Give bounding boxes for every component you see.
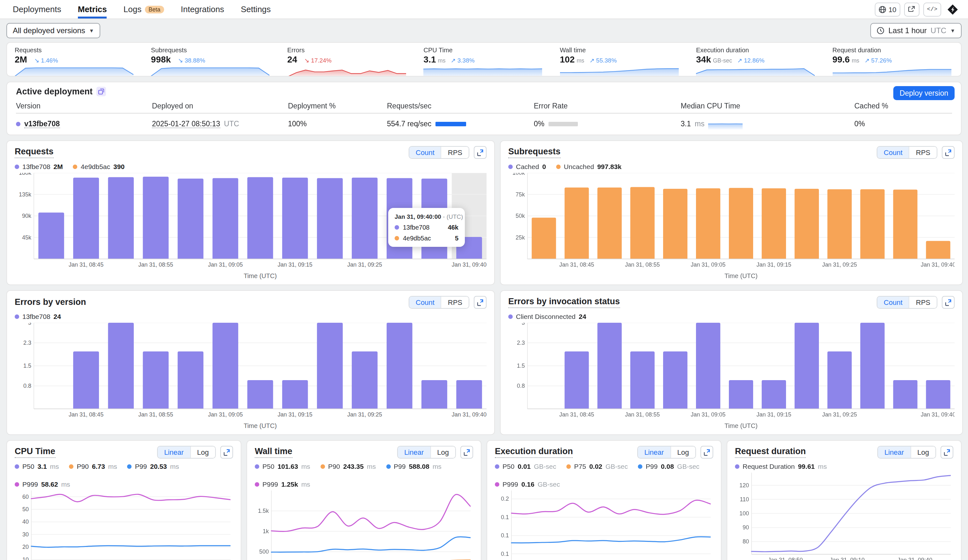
deployment-pct-value: 100% (288, 120, 307, 127)
legend-value: 24 (579, 312, 586, 320)
version-filter-dropdown[interactable]: All deployed versions ▼ (7, 23, 101, 38)
errors-bar-chart[interactable]: 32.31.50.8Jan 31, 08:45Jan 31, 08:55Jan … (15, 323, 487, 419)
stat-cpu-time[interactable]: CPU Time 3.1ms↗ 3.38% (416, 45, 552, 76)
tooltip-tz: - (UTC) (443, 213, 463, 220)
stat-execution-duration[interactable]: Execution duration 34kGB-sec↗ 12.86% (688, 45, 825, 76)
toggle-rps[interactable]: RPS (909, 147, 937, 158)
stat-requests[interactable]: Requests 2M↘ 1.46% (7, 45, 143, 76)
toggle-rps[interactable]: RPS (441, 297, 469, 308)
trend-arrow-icon: ↗ (589, 57, 595, 64)
stat-errors[interactable]: Errors 24↘ 17.24% (280, 45, 416, 76)
chart-legend: P50 3.1 msP90 6.73 msP99 20.53 msP999 58… (15, 463, 233, 488)
domains-button[interactable]: 10 (874, 2, 900, 16)
errors-bar-chart[interactable]: 32.31.50.8Jan 31, 08:45Jan 31, 08:55Jan … (508, 323, 955, 419)
column-header-version: Version (16, 101, 152, 114)
cpu-time-chart[interactable]: 605040302010Jan 31, 08:50Jan 31, 09:10Ja… (15, 491, 233, 560)
panel-title: Requests (15, 147, 54, 158)
expand-chart-button[interactable] (474, 146, 487, 159)
svg-text:Jan 31, 08:55: Jan 31, 08:55 (625, 411, 660, 418)
request-duration-line-chart[interactable]: 1201101009080Jan 31, 08:50Jan 31, 09:10J… (735, 472, 951, 560)
expand-chart-button[interactable] (220, 446, 233, 459)
tab-integrations[interactable]: Integrations (181, 0, 224, 18)
version-link[interactable]: v13fbe708 (24, 120, 60, 128)
svg-text:Jan 31, 09:25: Jan 31, 09:25 (347, 261, 382, 268)
svg-text:120: 120 (739, 482, 749, 489)
toggle-log[interactable]: Log (910, 446, 935, 458)
series-dot (508, 314, 513, 319)
tab-logs[interactable]: LogsBeta (124, 0, 164, 18)
code-button[interactable]: </> (923, 2, 941, 16)
legend-label: P50 (502, 463, 514, 470)
toggle-log[interactable]: Log (670, 446, 695, 458)
cpu-time-line-chart[interactable]: 605040302010Jan 31, 08:50Jan 31, 09:10Ja… (15, 491, 230, 560)
toggle-log[interactable]: Log (430, 446, 455, 458)
wall-time-chart[interactable]: 1.5k1k500Jan 31, 08:50Jan 31, 09:10Jan 3… (255, 491, 473, 560)
legend-item: P99 588.08 ms (386, 463, 441, 470)
toggle-count[interactable]: Count (877, 297, 909, 308)
request-duration-chart[interactable]: 1201101009080Jan 31, 08:50Jan 31, 09:10J… (735, 472, 953, 560)
toggle-count[interactable]: Count (409, 297, 441, 308)
toggle-linear[interactable]: Linear (878, 446, 910, 458)
tab-metrics[interactable]: Metrics (78, 0, 107, 18)
column-header-error-rate: Error Rate (534, 101, 681, 114)
legend-unit: GB-sec (677, 463, 699, 470)
legend-label: Cached (516, 163, 539, 170)
toggle-rps[interactable]: RPS (909, 297, 937, 308)
requests-chart[interactable]: 180k135k90k45kJan 31, 08:45Jan 31, 08:55… (15, 173, 487, 272)
expand-chart-button[interactable] (942, 296, 955, 309)
errors-by-invocation-chart[interactable]: 32.31.50.8Jan 31, 08:45Jan 31, 08:55Jan … (508, 323, 955, 421)
deploy-version-button[interactable]: Deploy version (893, 86, 955, 100)
errors-by-version-chart[interactable]: 32.31.50.8Jan 31, 08:45Jan 31, 08:55Jan … (15, 323, 487, 421)
wall-time-line-chart[interactable]: 1.5k1k500Jan 31, 08:50Jan 31, 09:10Jan 3… (255, 491, 471, 560)
expand-chart-button[interactable] (474, 296, 487, 309)
expand-chart-button[interactable] (941, 446, 953, 459)
stat-label: Subrequests (151, 46, 272, 54)
metrics-dashboard: Deployments Metrics LogsBeta Integration… (0, 0, 968, 560)
svg-text:Jan 31, 09:25: Jan 31, 09:25 (822, 261, 857, 268)
version-filter-label: All deployed versions (13, 26, 85, 35)
errors-by-invocation-panel: Errors by invocation status CountRPS Cli… (500, 290, 963, 435)
series-dot (255, 464, 259, 469)
legend-item: Uncached 997.83k (556, 163, 622, 170)
legend-value: 2M (54, 163, 63, 170)
time-range-dropdown[interactable]: Last 1 hour UTC ▼ (871, 23, 961, 38)
toggle-linear[interactable]: Linear (638, 446, 670, 458)
toggle-count[interactable]: Count (877, 147, 909, 158)
svg-text:50: 50 (22, 506, 29, 512)
legend-label: P999 (22, 480, 38, 488)
series-dot (386, 464, 390, 469)
expand-chart-button[interactable] (701, 446, 713, 459)
toggle-linear[interactable]: Linear (398, 446, 430, 458)
subrequests-panel: Subrequests CountRPS Cached 0Uncached 99… (500, 140, 963, 285)
svg-text:Jan 31, 09:40: Jan 31, 09:40 (921, 411, 955, 418)
svg-text:Jan 31, 09:15: Jan 31, 09:15 (277, 411, 312, 418)
code-icon: </> (927, 6, 937, 12)
panel-title: Subrequests (508, 147, 560, 158)
globe-icon (878, 5, 886, 13)
tab-settings[interactable]: Settings (241, 0, 271, 18)
toggle-log[interactable]: Log (190, 446, 215, 458)
execution-duration-panel: Execution duration LinearLog P50 0.01 GB… (487, 440, 721, 560)
subrequests-bar-chart[interactable]: 100k75k50k25kJan 31, 08:45Jan 31, 08:55J… (508, 173, 955, 269)
expand-chart-button[interactable] (942, 146, 955, 159)
stat-subrequests[interactable]: Subrequests 998k↘ 38.88% (143, 45, 280, 76)
execution-duration-chart[interactable]: 0.20.10.10.1Jan 31, 08:50Jan 31, 09:10Ja… (495, 491, 713, 560)
stat-request-duration[interactable]: Request duration 99.6ms↗ 57.26% (825, 45, 961, 76)
svg-text:0.1: 0.1 (501, 551, 509, 557)
rps-bar (435, 122, 466, 126)
toggle-count[interactable]: Count (409, 147, 441, 158)
legend-value: 0.16 (521, 480, 534, 488)
svg-text:Jan 31, 09:05: Jan 31, 09:05 (691, 411, 725, 418)
open-external-button[interactable] (904, 2, 920, 16)
tab-deployments[interactable]: Deployments (13, 0, 61, 18)
legend-value: 20.53 (150, 463, 167, 470)
wall-time-panel: Wall time LinearLog P50 101.63 msP90 243… (247, 440, 481, 560)
expand-chart-button[interactable] (460, 446, 473, 459)
stat-wall-time[interactable]: Wall time 102ms↗ 55.38% (552, 45, 688, 76)
subrequests-chart[interactable]: 100k75k50k25kJan 31, 08:45Jan 31, 08:55J… (508, 173, 955, 272)
tooltip-time: Jan 31, 09:40:00 (394, 213, 441, 220)
execution-duration-line-chart[interactable]: 0.20.10.10.1Jan 31, 08:50Jan 31, 09:10Ja… (495, 491, 711, 560)
toggle-linear[interactable]: Linear (158, 446, 190, 458)
workers-logo-button[interactable] (945, 2, 960, 16)
toggle-rps[interactable]: RPS (441, 147, 469, 158)
